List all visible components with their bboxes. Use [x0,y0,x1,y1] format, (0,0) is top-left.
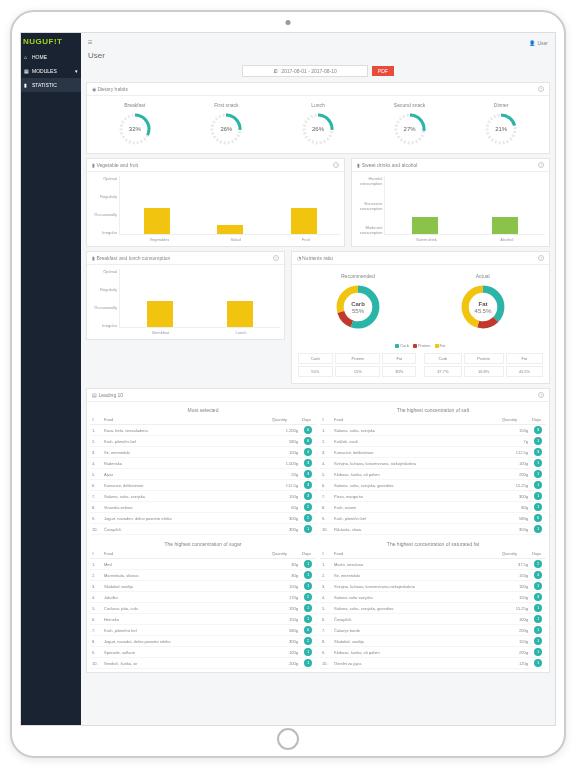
help-icon[interactable]: ? [538,392,544,398]
list-icon: ▤ [92,392,97,398]
table-row: 9.Jogurt, navaden, delno posneto mleko30… [90,513,316,524]
table-row: 4.Jabolko170g2 [90,592,316,603]
donut-act-svg: Fat 45.5% [458,282,508,332]
rec-table: CarbProteinFat55%15%30% [296,351,419,379]
donut-act-value: 45.5% [474,308,492,314]
table-row: 6.Hrensko150g1 [90,614,316,625]
table-row: 5.Salama, suha, svinjska, govedina15.25g… [320,603,546,614]
nav-statistic-label: STATISTIC [32,82,57,88]
tablet-home-button[interactable] [277,728,299,750]
table-salt: #FoodQuantityDays1.Salama, suha, svinjsk… [320,415,546,535]
nav-home-label: HOME [32,54,47,60]
table-row: 5.Ajvar20g3 [90,469,316,480]
table-row: 5.Klobasa, šunka, ali pohen200g1 [320,469,546,480]
help-icon[interactable]: ? [538,86,544,92]
calendar-icon: 🗓 [273,68,278,74]
table-row: 8.Jogurt, navadni, delno posneto mleko30… [90,636,316,647]
help-icon[interactable]: ? [273,255,279,261]
app-screen: NUGUF!T ⌂HOME ▦MODULES▾ ▮STATISTIC ≡ 👤Us… [20,32,556,726]
user-icon: 👤 [529,40,535,46]
table-row: 9.Klobasa, šunka, ali pohen200g1 [320,647,546,658]
table-fat: #FoodQuantityDays1.Maslo, nesolano37.5g2… [320,549,546,669]
panel-bflunch: ▮ Breakfast and lunch consumption? Optim… [86,251,285,340]
table-row: 2.Košček, osoli7g1 [320,436,546,447]
table-row: 3.Sir, ementalski150g4 [90,447,316,458]
bf-chart: OptimalRegularlyOccasionallyIrregularBre… [87,265,284,339]
table-row: 5.Cockova jaha, cola100g1 [90,603,316,614]
table-row: 6.Čevapčiči100g1 [320,614,546,625]
help-icon[interactable]: ? [538,255,544,261]
donut-rec-svg: Carb 55% [333,282,383,332]
nav-modules[interactable]: ▦MODULES▾ [21,64,81,78]
donut-act-label: Fat [478,301,487,307]
table-row: 1.Maslo, nesolano37.5g2 [320,559,546,570]
panel-bflunch-title: Breakfast and lunch consumption [96,255,170,261]
bar-Salad [217,225,243,234]
table-row: 3.Sladoled vanilija150g1 [90,581,316,592]
donut-rec-title: Recommended [333,273,383,279]
panel-leading: ▤ Leading 10? Most selected#FoodQuantity… [86,388,550,673]
tablet-camera [286,20,291,25]
table-row: 10.Čevapčiči300g1 [90,524,316,535]
date-range-input[interactable]: 🗓2017-08-01 - 2017-08-10 [242,65,368,77]
panel-dietary-title: Dietary habits [97,86,128,92]
table-row: 6.Salama, suha, svinjska, govedina15.25g… [320,480,546,491]
menu-icon[interactable]: ≡ [88,38,93,47]
panel-veg-title: Vegetable and fruit [96,162,138,168]
topbar: ≡ 👤User [84,36,552,49]
act-table: CarbProteinFat37.7%16.8%45.5% [422,351,545,379]
table-row: 9.Spricade, suflane100g1 [90,647,316,658]
table-row: 3.Kumarice, delikatesne112.5g3 [320,447,546,458]
table-row: 3.Svinjina, kuhana, konzervirana,nizkoje… [320,581,546,592]
panel-dietary: ◉ Dietary habits? Breakfast32%First snac… [86,82,550,154]
bar-Alcohol [492,217,518,234]
nav-statistic[interactable]: ▮STATISTIC [21,78,81,92]
table-row: 2.Marmelada, slivova30g1 [90,570,316,581]
table-row: 10.Riž-kaša, slana350g1 [320,524,546,535]
bar-Lunch [227,301,253,327]
chevron-down-icon: ▾ [75,68,78,74]
panel-sweet-title: Sweet drinks and alcohol [362,162,418,168]
pie-icon: ◔ [297,255,301,261]
panel-nutrients: ◔ Nutrients ratio? Recommended Carb [291,251,550,384]
leading-title-fat: The highest concentration of saturated f… [320,539,546,549]
bar-icon: ▮ [92,162,95,168]
table-row: 4.Svinjina, kuhana, konzervirana, nizkoj… [320,458,546,469]
gauge-Breakfast: Breakfast32% [89,102,181,147]
table-row: 4.Radenska1,500g3 [90,458,316,469]
table-most_selected: #FoodQuantityDays1.Kava, bela, nezaslade… [90,415,316,535]
gauge-Lunch: Lunch26% [272,102,364,147]
page-title: User [84,49,552,62]
help-icon[interactable]: ? [538,162,544,168]
topbar-user[interactable]: 👤User [529,40,548,46]
table-row: 8.Sladoled, vanilija150g1 [320,636,546,647]
leading-title-most_selected: Most selected [90,405,316,415]
panel-sweet: ▮ Sweet drinks and alcohol? Harmful cons… [351,158,550,247]
nav-modules-label: MODULES [32,68,57,74]
sidebar: NUGUF!T ⌂HOME ▦MODULES▾ ▮STATISTIC [21,33,81,725]
table-row: 1.Kava, bela, nezasladena1,200g6 [90,425,316,436]
gauge-Second snack: Second snack27% [364,102,456,147]
gauges-row: Breakfast32%First snack26%Lunch26%Second… [87,96,549,153]
panel-vegetable: ▮ Vegetable and fruit? OptimalRegularlyO… [86,158,345,247]
table-row: 8.Kruh, ovseni80g1 [320,502,546,513]
bar-icon: ▮ [357,162,360,168]
gauge-First snack: First snack26% [181,102,273,147]
modules-icon: ▦ [24,68,30,74]
nav-home[interactable]: ⌂HOME [21,50,81,64]
leading-title-sugar: The highest concentration of sugar [90,539,316,549]
pdf-button[interactable]: PDF [372,66,394,76]
donut-actual: Actual Fat 45.5% [458,273,508,336]
table-row: 8.Vinarska zelena60g2 [90,502,316,513]
bar-Fruit [291,208,317,234]
brand-logo: NUGUF!T [21,33,81,50]
table-row: 6.Kumarice, delikatesne112.5g3 [90,480,316,491]
table-row: 2.Sir, ementalski150g4 [320,570,546,581]
table-row: 10.Omelet za jajca120g1 [320,658,546,669]
donuts-section: Recommended Carb 55% [292,265,549,383]
table-row: 7.Kruh, pšeničnii bel580g6 [90,625,316,636]
leading-grid: Most selected#FoodQuantityDays1.Kava, be… [90,405,546,669]
help-icon[interactable]: ? [333,162,339,168]
donut-rec-value: 55% [352,308,365,314]
nutrients-legend: CarbProteinFat [296,340,545,351]
